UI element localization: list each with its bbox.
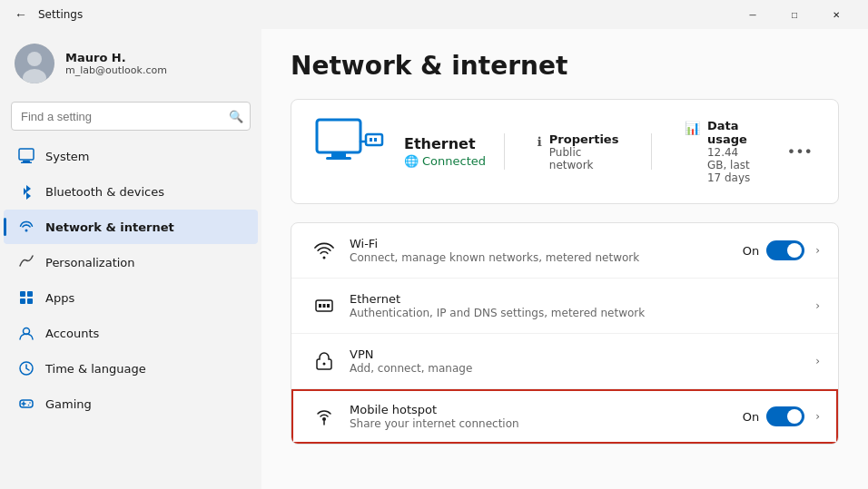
user-info: Mauro H. m_lab@outlook.com	[65, 51, 167, 76]
svg-rect-23	[319, 304, 321, 308]
svg-rect-18	[326, 157, 351, 160]
usage-title: Data usage	[707, 119, 751, 146]
hotspot-chevron: ›	[815, 410, 820, 423]
svg-point-26	[323, 363, 326, 366]
user-name: Mauro H.	[65, 51, 167, 64]
system-label: System	[45, 150, 89, 163]
ethernet-status: Ethernet 🌐 Connected	[404, 135, 486, 168]
sidebar-item-network[interactable]: Network & internet	[4, 210, 258, 244]
hotspot-text: Mobile hotspot Share your internet conne…	[350, 403, 743, 430]
apps-label: Apps	[45, 291, 74, 305]
hotspot-label: Mobile hotspot	[350, 403, 743, 416]
close-button[interactable]: ✕	[815, 0, 857, 29]
hotspot-icon	[310, 402, 339, 431]
network-label: Network & internet	[45, 220, 174, 234]
ethernet-row[interactable]: Ethernet Authentication, IP and DNS sett…	[291, 279, 838, 334]
properties-sub: Public network	[549, 146, 619, 171]
nav-list: System Bluetooth & devices	[0, 138, 261, 482]
maximize-button[interactable]: □	[774, 0, 815, 29]
svg-rect-25	[327, 304, 330, 308]
vpn-sub: Add, connect, manage	[350, 362, 812, 375]
ethernet-row-controls: ›	[812, 299, 820, 312]
sidebar-item-system[interactable]: System	[4, 139, 258, 173]
vpn-text: VPN Add, connect, manage	[350, 347, 812, 375]
wifi-icon	[310, 236, 339, 265]
wifi-toggle-label: On	[743, 244, 759, 258]
svg-rect-21	[374, 138, 377, 142]
page-title: Network & internet	[291, 51, 839, 81]
data-usage-icon: 📊	[685, 121, 700, 135]
connected-globe-icon: 🌐	[404, 154, 419, 168]
title-bar: ← Settings ─ □ ✕	[0, 0, 868, 29]
sidebar-item-apps[interactable]: Apps	[4, 280, 258, 315]
avatar	[15, 44, 54, 83]
svg-rect-9	[20, 298, 25, 304]
user-section[interactable]: Mauro H. m_lab@outlook.com	[0, 29, 261, 98]
vpn-chevron: ›	[815, 355, 820, 367]
usage-sub: 12.44 GB, last 17 days	[707, 146, 751, 184]
search-box: 🔍	[11, 102, 251, 131]
user-email: m_lab@outlook.com	[65, 64, 167, 76]
settings-list: Wi-Fi Connect, manage known networks, me…	[291, 222, 839, 445]
personalization-label: Personalization	[45, 256, 135, 269]
ethernet-row-text: Ethernet Authentication, IP and DNS sett…	[350, 292, 812, 319]
vpn-controls: ›	[812, 355, 820, 367]
svg-rect-17	[331, 152, 346, 157]
accounts-icon	[18, 325, 35, 341]
main-content: Network & internet Ethernet	[261, 29, 868, 489]
back-button[interactable]: ←	[11, 5, 31, 24]
svg-point-6	[25, 230, 28, 232]
hero-data-usage[interactable]: 📊 Data usage 12.44 GB, last 17 days	[670, 119, 765, 184]
title-bar-left: ← Settings	[11, 5, 83, 24]
svg-rect-7	[20, 291, 25, 297]
search-input[interactable]	[11, 102, 251, 131]
wifi-text: Wi-Fi Connect, manage known networks, me…	[350, 237, 743, 264]
time-label: Time & language	[45, 362, 146, 376]
vpn-icon	[310, 347, 339, 376]
svg-point-15	[28, 405, 30, 406]
vpn-row[interactable]: VPN Add, connect, manage ›	[291, 334, 838, 389]
svg-point-1	[27, 52, 42, 66]
wifi-sub: Connect, manage known networks, metered …	[350, 251, 743, 264]
hotspot-toggle[interactable]	[766, 406, 804, 426]
wifi-toggle[interactable]	[766, 240, 804, 260]
sidebar-item-gaming[interactable]: Gaming	[4, 386, 258, 421]
sidebar-item-time[interactable]: Time & language	[4, 351, 258, 386]
ethernet-hero[interactable]: Ethernet 🌐 Connected ℹ️ Properties Publi…	[291, 99, 839, 204]
hotspot-toggle-label: On	[743, 410, 759, 424]
system-icon	[18, 148, 35, 164]
accounts-label: Accounts	[45, 327, 99, 340]
hero-properties[interactable]: ℹ️ Properties Public network	[522, 132, 633, 171]
ethernet-row-label: Ethernet	[350, 292, 812, 306]
svg-rect-16	[317, 120, 360, 152]
sidebar-item-accounts[interactable]: Accounts	[4, 316, 258, 350]
ethernet-hero-icon	[313, 118, 386, 185]
sidebar: Mauro H. m_lab@outlook.com 🔍 System	[0, 29, 261, 489]
gaming-icon	[18, 396, 35, 412]
wifi-row[interactable]: Wi-Fi Connect, manage known networks, me…	[291, 223, 838, 279]
svg-rect-8	[27, 291, 33, 297]
ethernet-device-label: Ethernet	[404, 135, 486, 152]
wifi-controls: On ›	[743, 240, 820, 260]
personalization-icon	[18, 254, 35, 270]
properties-title: Properties	[549, 132, 619, 146]
svg-rect-20	[370, 138, 372, 142]
ethernet-row-icon	[310, 291, 339, 320]
bluetooth-label: Bluetooth & devices	[45, 185, 164, 199]
properties-info: Properties Public network	[549, 132, 619, 171]
time-icon	[18, 360, 35, 377]
app-body: Mauro H. m_lab@outlook.com 🔍 System	[0, 29, 868, 489]
vpn-label: VPN	[350, 347, 812, 361]
ethernet-row-sub: Authentication, IP and DNS settings, met…	[350, 307, 812, 319]
hotspot-row[interactable]: Mobile hotspot Share your internet conne…	[291, 389, 838, 444]
hotspot-controls: On ›	[743, 406, 820, 426]
sidebar-item-bluetooth[interactable]: Bluetooth & devices	[4, 174, 258, 209]
usage-info: Data usage 12.44 GB, last 17 days	[707, 119, 751, 184]
sidebar-item-personalization[interactable]: Personalization	[4, 245, 258, 279]
wifi-label: Wi-Fi	[350, 237, 743, 250]
svg-point-14	[29, 402, 31, 404]
hotspot-sub: Share your internet connection	[350, 417, 743, 430]
minimize-button[interactable]: ─	[732, 0, 774, 29]
hero-more-button[interactable]: •••	[784, 143, 816, 161]
info-icon: ℹ️	[537, 134, 541, 149]
